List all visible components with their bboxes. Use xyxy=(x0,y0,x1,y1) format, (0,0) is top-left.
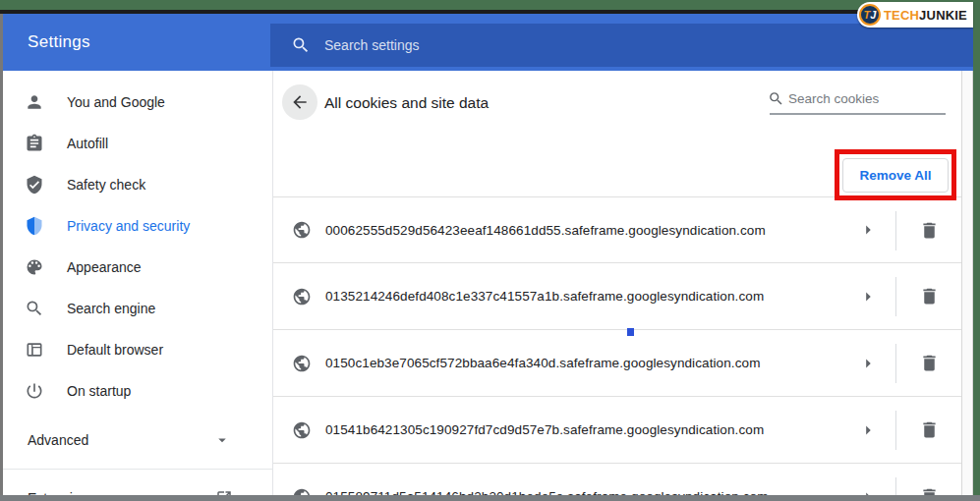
row-divider xyxy=(895,344,896,383)
delete-cookie-button[interactable] xyxy=(919,286,940,306)
search-cookies-underline xyxy=(770,113,946,115)
back-button[interactable] xyxy=(282,84,317,120)
cookie-list: 00062555d529d56423eeaf148661dd55.safefra… xyxy=(273,196,961,501)
sidebar-item[interactable]: You and Google xyxy=(3,82,272,123)
techjunkie-logo: TJ TECHJUNKIE xyxy=(857,2,973,28)
sidebar-item-icon xyxy=(25,299,44,318)
sidebar-item[interactable]: Privacy and security xyxy=(3,205,272,247)
globe-icon xyxy=(292,354,312,373)
search-icon xyxy=(291,35,311,55)
search-icon xyxy=(768,90,784,107)
sidebar-item-icon xyxy=(25,216,44,236)
chevron-down-icon xyxy=(213,431,231,449)
arrow-back-icon xyxy=(290,92,310,112)
frame-top-strip xyxy=(0,0,980,10)
frame-right-edge xyxy=(973,0,980,495)
search-settings-input[interactable] xyxy=(324,37,718,53)
section-title: All cookies and site data xyxy=(324,94,489,112)
remove-all-button[interactable]: Remove All xyxy=(842,158,949,193)
expand-cookie-button[interactable] xyxy=(857,353,879,374)
sidebar-item[interactable]: Search engine xyxy=(3,288,272,329)
arrow-right-icon xyxy=(857,419,879,441)
sidebar-item-label: On startup xyxy=(67,383,131,399)
cookie-domain: 0150c1eb3e7065cf572bbaa6e4fa340d.safefra… xyxy=(325,356,761,370)
sidebar-item-icon xyxy=(25,175,44,195)
sidebar-item-advanced[interactable]: Advanced xyxy=(3,419,272,461)
techjunkie-logo-text: TECHJUNKIE xyxy=(884,8,967,23)
cookie-row[interactable]: 00062555d529d56423eeaf148661dd55.safefra… xyxy=(273,196,961,263)
sidebar-item-label: You and Google xyxy=(67,94,165,110)
cookie-row[interactable]: 0150c1eb3e7065cf572bbaa6e4fa340d.safefra… xyxy=(273,330,961,397)
trash-icon xyxy=(919,286,940,306)
sidebar-item-icon xyxy=(25,92,44,112)
search-cookies-input[interactable] xyxy=(788,91,936,106)
sidebar-item[interactable]: Safety check xyxy=(3,164,272,205)
row-divider xyxy=(895,411,896,450)
sidebar-item-icon xyxy=(25,134,44,153)
sidebar-item-label: Safety check xyxy=(67,177,145,193)
arrow-right-icon xyxy=(857,353,879,374)
search-settings-bar[interactable] xyxy=(270,24,973,67)
settings-sidebar: You and Google Autofill Safety check Pri… xyxy=(3,71,272,495)
sidebar-item[interactable]: On startup xyxy=(3,370,272,412)
sidebar-nav: You and Google Autofill Safety check Pri… xyxy=(3,82,272,412)
frame-left-edge xyxy=(0,14,3,495)
globe-icon xyxy=(292,220,312,240)
page-heading: Settings xyxy=(28,32,90,52)
expand-cookie-button[interactable] xyxy=(857,219,879,241)
sidebar-item[interactable]: Autofill xyxy=(3,123,272,164)
delete-cookie-button[interactable] xyxy=(919,419,940,440)
trash-icon xyxy=(919,220,940,241)
cookie-row[interactable]: 0135214246defd408c1e337c41557a1b.safefra… xyxy=(273,263,961,330)
cookie-domain: 0135214246defd408c1e337c41557a1b.safefra… xyxy=(325,289,764,304)
trash-icon xyxy=(919,419,940,440)
sidebar-item-label: Appearance xyxy=(67,259,142,275)
cursor-artifact xyxy=(627,328,634,336)
cookie-row[interactable]: 01541b6421305c190927fd7cd9d57e7b.safefra… xyxy=(273,397,961,464)
sidebar-item-icon xyxy=(25,257,44,277)
sidebar-item-label: Autofill xyxy=(67,136,108,151)
sidebar-item[interactable]: Appearance xyxy=(3,247,272,288)
settings-header: Settings xyxy=(3,14,973,71)
cookie-domain: 01541b6421305c190927fd7cd9d57e7b.safefra… xyxy=(325,422,764,437)
globe-icon xyxy=(292,287,312,306)
sidebar-item[interactable]: Default browser xyxy=(3,329,272,370)
scrollbar-track[interactable] xyxy=(961,71,973,495)
delete-cookie-button[interactable] xyxy=(919,220,940,241)
cookie-domain: 00062555d529d56423eeaf148661dd55.safefra… xyxy=(325,223,766,238)
sidebar-item-icon xyxy=(25,340,44,360)
row-divider xyxy=(895,277,896,316)
advanced-label: Advanced xyxy=(28,432,88,448)
frame-bottom-bar xyxy=(0,495,980,501)
sidebar-item-label: Default browser xyxy=(67,342,163,358)
techjunkie-logo-icon: TJ xyxy=(859,4,881,26)
expand-cookie-button[interactable] xyxy=(857,286,879,307)
arrow-right-icon xyxy=(857,219,879,241)
search-cookies-field[interactable] xyxy=(768,90,946,115)
sidebar-divider xyxy=(3,469,272,470)
arrow-right-icon xyxy=(857,286,879,307)
globe-icon xyxy=(292,420,312,440)
row-divider xyxy=(895,211,896,250)
sidebar-item-label: Privacy and security xyxy=(67,218,190,234)
delete-cookie-button[interactable] xyxy=(919,353,940,373)
sidebar-item-icon xyxy=(25,381,44,401)
trash-icon xyxy=(919,353,940,373)
expand-cookie-button[interactable] xyxy=(857,419,879,441)
chrome-settings-window: TJ TECHJUNKIE Settings You and Google Au… xyxy=(0,0,980,501)
sidebar-item-label: Search engine xyxy=(67,301,155,316)
